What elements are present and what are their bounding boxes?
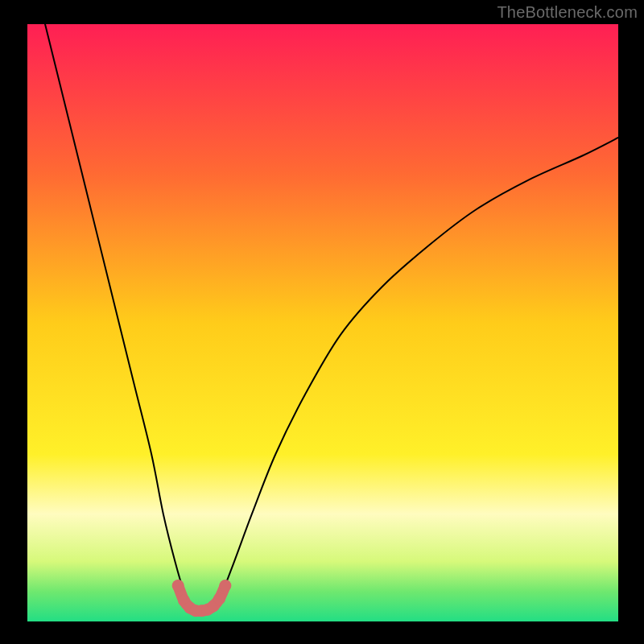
chart-frame: TheBottleneck.com (0, 0, 644, 644)
valley-dot (213, 592, 225, 605)
valley-dot (219, 580, 231, 592)
plot-background (27, 24, 618, 621)
valley-dot (172, 580, 184, 592)
bottleneck-chart (0, 0, 644, 644)
